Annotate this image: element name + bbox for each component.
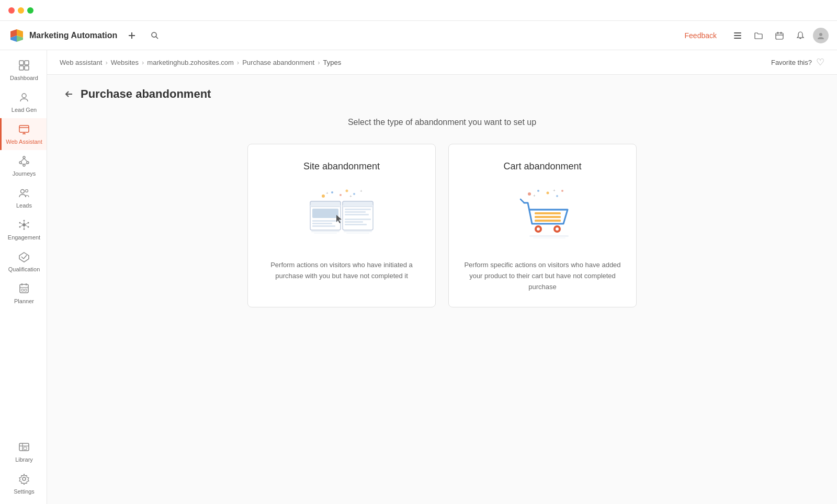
- svg-rect-16: [19, 61, 24, 65]
- breadcrumb-current: Types: [323, 59, 342, 66]
- svg-rect-88: [311, 231, 340, 232]
- cart-abandonment-desc: Perform specific actions on visitors who…: [461, 260, 624, 292]
- sidebar-item-leads[interactable]: Leads: [0, 182, 47, 214]
- feedback-button[interactable]: Feedback: [678, 28, 723, 43]
- sidebar-item-web-assistant[interactable]: Web Assistant: [0, 118, 47, 150]
- site-abandonment-illustration: + + +: [300, 185, 383, 247]
- avatar[interactable]: [813, 28, 829, 43]
- sidebar-item-qualification-label: Qualification: [8, 266, 40, 272]
- add-button[interactable]: [123, 27, 140, 44]
- sidebar-item-qualification[interactable]: Qualification: [0, 246, 47, 278]
- site-abandonment-card[interactable]: Site abandonment + + +: [247, 144, 436, 307]
- svg-point-92: [528, 192, 531, 196]
- folder-icon: [754, 31, 763, 40]
- svg-marker-48: [19, 253, 29, 262]
- svg-point-106: [556, 227, 559, 231]
- svg-text:+: +: [360, 189, 363, 193]
- breadcrumb-websites[interactable]: Websites: [111, 59, 139, 66]
- breadcrumb-sep-1: ›: [105, 59, 107, 66]
- svg-point-25: [23, 156, 25, 158]
- svg-point-37: [28, 222, 29, 224]
- close-button[interactable]: [8, 7, 15, 14]
- svg-point-35: [22, 223, 26, 226]
- folder-button[interactable]: [750, 27, 767, 44]
- cart-abandonment-card[interactable]: Cart abandonment + +: [448, 144, 637, 307]
- sidebar-item-journeys[interactable]: Journeys: [0, 150, 47, 182]
- sidebar-item-leads-label: Leads: [16, 202, 32, 209]
- svg-rect-18: [19, 66, 24, 70]
- cart-abandonment-illustration: + +: [501, 185, 584, 247]
- breadcrumb-sep-2: ›: [142, 59, 144, 66]
- favorite-button[interactable]: ♡: [816, 56, 824, 68]
- svg-rect-76: [312, 223, 332, 224]
- svg-point-93: [537, 190, 539, 192]
- sidebar-item-settings-label: Settings: [14, 488, 35, 495]
- svg-line-46: [21, 225, 23, 226]
- svg-rect-83: [345, 214, 369, 215]
- traffic-lights: [8, 7, 33, 14]
- svg-rect-51: [20, 284, 28, 293]
- svg-point-94: [547, 192, 549, 194]
- svg-line-32: [25, 164, 27, 164]
- app-title: Marketing Automation: [29, 31, 117, 40]
- sidebar-item-engagement[interactable]: Engagement: [0, 214, 47, 246]
- breadcrumb: Web assistant › Websites › marketinghub.…: [47, 50, 837, 75]
- sidebar-item-planner[interactable]: Planner: [0, 278, 47, 310]
- svg-line-44: [26, 225, 28, 226]
- svg-rect-9: [734, 35, 741, 36]
- breadcrumb-path: Web assistant › Websites › marketinghub.…: [60, 59, 341, 66]
- list-icon: [733, 31, 742, 40]
- svg-rect-19: [25, 66, 29, 70]
- bell-button[interactable]: [792, 27, 809, 44]
- svg-rect-56: [25, 289, 27, 291]
- breadcrumb-sep-3: ›: [237, 59, 239, 66]
- back-button[interactable]: [64, 89, 74, 99]
- svg-line-29: [21, 158, 24, 162]
- sidebar: Dashboard Lead Gen Web Assistant: [0, 50, 47, 504]
- sidebar-item-journeys-label: Journeys: [13, 170, 36, 177]
- cards-container: Site abandonment + + +: [64, 144, 820, 307]
- breadcrumb-domain[interactable]: marketinghub.zohosites.com: [147, 59, 233, 66]
- svg-rect-85: [345, 221, 363, 223]
- svg-line-47: [21, 223, 23, 224]
- sidebar-item-library-label: Library: [15, 456, 33, 463]
- cart-abandonment-title: Cart abandonment: [503, 161, 581, 172]
- minimize-button[interactable]: [18, 7, 24, 14]
- leads-icon: [18, 187, 30, 200]
- page-header: Purchase abandonment: [64, 87, 820, 101]
- sidebar-item-settings[interactable]: Settings: [0, 468, 47, 500]
- favorite-area: Favorite this? ♡: [771, 56, 824, 68]
- svg-line-50: [24, 255, 27, 259]
- svg-line-107: [521, 199, 524, 203]
- svg-point-38: [28, 226, 29, 228]
- calendar-button[interactable]: [771, 27, 788, 44]
- library-icon: [18, 441, 30, 454]
- sidebar-item-lead-gen[interactable]: Lead Gen: [0, 86, 47, 118]
- svg-rect-75: [312, 220, 338, 222]
- svg-point-20: [22, 94, 26, 98]
- list-view-button[interactable]: [729, 27, 746, 44]
- svg-rect-101: [535, 216, 561, 218]
- svg-point-26: [19, 162, 21, 164]
- svg-point-28: [23, 164, 25, 166]
- svg-text:+: +: [349, 194, 352, 199]
- svg-rect-73: [310, 205, 341, 207]
- svg-text:+: +: [553, 188, 556, 193]
- svg-rect-21: [19, 125, 29, 132]
- bell-icon: [796, 31, 805, 40]
- svg-point-95: [556, 195, 558, 197]
- maximize-button[interactable]: [27, 7, 33, 14]
- svg-point-64: [331, 191, 333, 193]
- sidebar-item-library[interactable]: Library: [0, 436, 47, 468]
- plus-icon: [128, 31, 136, 40]
- sidebar-item-dashboard[interactable]: Dashboard: [0, 54, 47, 86]
- breadcrumb-web-assistant[interactable]: Web assistant: [60, 59, 102, 66]
- search-button[interactable]: [146, 27, 163, 44]
- svg-line-30: [24, 158, 27, 162]
- page-content: Purchase abandonment Select the type of …: [47, 75, 837, 504]
- svg-rect-17: [25, 61, 29, 65]
- svg-rect-11: [776, 33, 783, 39]
- svg-point-27: [27, 162, 29, 164]
- breadcrumb-purchase-abandonment[interactable]: Purchase abandonment: [242, 59, 314, 66]
- selection-heading: Select the type of abandonment you want …: [64, 118, 820, 127]
